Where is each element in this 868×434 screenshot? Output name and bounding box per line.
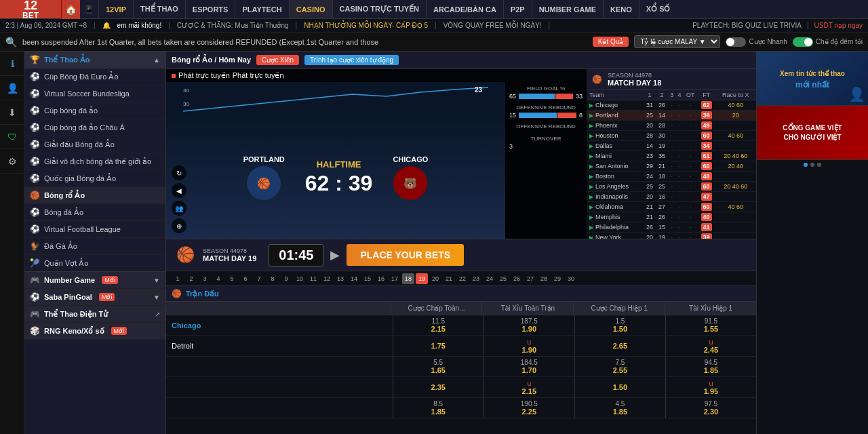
- sidebar-icon-settings[interactable]: ⚙: [0, 149, 24, 174]
- nav-item-keno[interactable]: KENO: [604, 0, 639, 18]
- day-button[interactable]: 5: [226, 273, 238, 284]
- day-button[interactable]: 18: [402, 273, 414, 284]
- toggle-night-mode[interactable]: Chế độ đêm tối: [793, 37, 863, 47]
- bet-cell-h1-total[interactable]: 91.5 1.55: [665, 315, 756, 335]
- sidebar-section-header[interactable]: 🏆 Thể Thao Ảo ▲: [24, 52, 165, 68]
- right-ad-1[interactable]: Xem tin tức thể thao mới nhất 👤: [757, 52, 868, 106]
- day-button[interactable]: 6: [239, 273, 252, 284]
- search-icon[interactable]: 🔍: [5, 37, 17, 47]
- mobile-btn[interactable]: 📱: [80, 0, 99, 19]
- table-row[interactable]: ▶Dallas 14 19 · · · 34: [587, 141, 756, 151]
- day-button[interactable]: 17: [389, 273, 401, 284]
- table-row[interactable]: ▶Los Angeles 25 25 · · · 60 20 40 60: [587, 182, 756, 192]
- day-button[interactable]: 22: [456, 273, 469, 284]
- cuoc-xien-btn[interactable]: Cược Xiên: [256, 55, 299, 65]
- day-button[interactable]: 12: [321, 273, 333, 284]
- day-button[interactable]: 16: [375, 273, 387, 284]
- day-button[interactable]: 13: [334, 273, 347, 284]
- sport-item-tennis[interactable]: 🎾 Quần Vợt Ảo: [24, 255, 165, 272]
- sidebar-icon-shield[interactable]: 🛡: [0, 125, 24, 149]
- table-row[interactable]: ▶Oklahoma 21 27 · · · 60 40 60: [587, 202, 756, 212]
- nav-item-sports[interactable]: THỂ THAO: [134, 0, 186, 18]
- day-button[interactable]: 10: [294, 273, 306, 284]
- sport-item-national[interactable]: ⚽ Quốc gia Bóng đá Ảo: [24, 170, 165, 187]
- day-button[interactable]: 2: [185, 273, 197, 284]
- video-ctrl-refresh[interactable]: ↻: [172, 165, 186, 180]
- bet-cell-r2a[interactable]: 1.75: [393, 336, 484, 356]
- right-ad-2[interactable]: CỔNG GAME VIỆTCHO NGƯỜI VIỆT: [757, 106, 868, 160]
- nav-item-vip[interactable]: 12VIP: [99, 0, 134, 18]
- odds-select[interactable]: Tỷ lệ cược MALAY ▼: [634, 35, 720, 48]
- bet-cell-2-t1[interactable]: 184.5 1.70: [484, 357, 574, 376]
- nav-item-arcade[interactable]: ARCADE/BÀN CA: [427, 0, 504, 18]
- day-button[interactable]: 3: [199, 273, 211, 284]
- nav-item-number[interactable]: NUMBER GAME: [532, 0, 604, 18]
- sidebar-icon-info[interactable]: ℹ: [0, 52, 24, 76]
- sport-item-basketball[interactable]: 🏀 Bóng rổ Ảo: [24, 187, 165, 204]
- video-ctrl-back[interactable]: ◀: [172, 183, 186, 198]
- day-button[interactable]: 20: [429, 273, 441, 284]
- nav-item-casino[interactable]: CASINO: [290, 0, 333, 18]
- sport-item-tournament[interactable]: ⚽ Giải đấu Bóng đá Ảo: [24, 136, 165, 153]
- toggle-quick-bet[interactable]: Cược Nhanh: [726, 37, 787, 47]
- nav-item-playtech[interactable]: PLAYTECH: [235, 0, 289, 18]
- table-row[interactable]: ▶Phoenix 20 28 · · · 49: [587, 121, 756, 131]
- day-button[interactable]: 29: [551, 273, 564, 284]
- video-ctrl-people[interactable]: 👥: [172, 201, 186, 216]
- table-row[interactable]: ▶San Antonio 29 21 · · · 60 20 40: [587, 161, 756, 172]
- bet-cell-r2f[interactable]: u 2.45: [665, 336, 756, 356]
- auto-parlay-btn[interactable]: Trình tạo cược xiên tự động: [304, 55, 399, 65]
- day-button[interactable]: 14: [348, 273, 360, 284]
- day-button[interactable]: 26: [511, 273, 523, 284]
- day-button[interactable]: 11: [307, 273, 319, 284]
- table-row[interactable]: ▶Boston 24 18 · · · 48: [587, 172, 756, 182]
- table-row[interactable]: ▶Chicago 31 26 · · · 62 40 60: [587, 100, 756, 111]
- bet-cell-total[interactable]: 187.5 1.90: [484, 315, 574, 335]
- sport-item-vfl[interactable]: ⚽ Virtual Football League: [24, 221, 165, 238]
- day-button[interactable]: 24: [484, 273, 496, 284]
- day-button[interactable]: 8: [267, 273, 279, 284]
- sport-item-euro[interactable]: ⚽ Cúp Bóng Đá Euro Ảo: [24, 68, 165, 85]
- table-row[interactable]: ▶Portland 25 14 · · · 39 20: [587, 111, 756, 121]
- bet-cell-2-h1h[interactable]: 7.5 2.55: [574, 357, 665, 376]
- day-button[interactable]: 28: [538, 273, 550, 284]
- day-button[interactable]: 15: [361, 273, 374, 284]
- sidebar-icon-download[interactable]: ⬇: [0, 100, 24, 125]
- nav-item-p2p[interactable]: P2P: [504, 0, 532, 18]
- bet-cell-h1-handicap[interactable]: 1.5 1.50: [574, 315, 665, 335]
- bet-cell-2-t1h[interactable]: 94.5 1.85: [665, 357, 756, 376]
- nav-item-esports[interactable]: ESPORTS: [186, 0, 236, 18]
- sidebar-esports[interactable]: 🎮 Thể Thao Điện Tử ↗: [24, 306, 165, 323]
- table-row[interactable]: ▶Houston 28 30 · · · 60 40 60: [587, 131, 756, 141]
- video-ctrl-settings[interactable]: ⊕: [172, 218, 186, 233]
- day-button[interactable]: 19: [416, 273, 428, 284]
- table-row[interactable]: ▶Miami 23 35 · · · 61 20 40 60: [587, 151, 756, 161]
- day-button[interactable]: 9: [280, 273, 292, 284]
- table-row[interactable]: ▶Indianapolis 20 16 · · · 47: [587, 192, 756, 202]
- day-button[interactable]: 25: [497, 273, 509, 284]
- sport-item-football-ao[interactable]: ⚽ Bóng đá Ảo: [24, 204, 165, 221]
- bet-cell-r2b[interactable]: u 1.90: [484, 336, 574, 356]
- bet-cell-r2d[interactable]: 2.65: [574, 336, 665, 356]
- bet-cell-handicap[interactable]: 11.5 2.15: [393, 315, 484, 335]
- day-button[interactable]: 21: [443, 273, 455, 284]
- table-row[interactable]: ▶Philadelphia 26 15 · · · 41: [587, 222, 756, 233]
- sport-item-world[interactable]: ⚽ Giải vô địch bóng đá thế giới ảo: [24, 153, 165, 170]
- sport-item-asia[interactable]: ⚽ Cúp bóng đá ảo Châu Á: [24, 119, 165, 136]
- place-bets-btn[interactable]: PLACE YOUR BETS: [347, 244, 464, 266]
- home-btn[interactable]: 🏠: [61, 0, 80, 19]
- bet-result-btn[interactable]: Kết Quả: [593, 37, 629, 47]
- sport-item-cockfight[interactable]: 🐓 Đá Gà Ảo: [24, 238, 165, 255]
- day-button[interactable]: 23: [470, 273, 482, 284]
- bet-cell-2-h1[interactable]: 5.5 1.65: [393, 357, 484, 376]
- sport-item-cup[interactable]: ⚽ Cúp bóng đá ảo: [24, 102, 165, 119]
- sport-item-bundesliga[interactable]: ⚽ Virtual Soccer Bundesliga: [24, 85, 165, 102]
- day-button[interactable]: 7: [253, 273, 265, 284]
- sidebar-icon-person[interactable]: 👤: [0, 76, 24, 100]
- logo[interactable]: 12 BET: [0, 0, 61, 18]
- sidebar-saba[interactable]: ⚽ Saba PinGoal Mới ▼: [24, 289, 165, 306]
- sidebar-rng[interactable]: 🎲 RNG Keno/Xổ số Mới: [24, 323, 165, 340]
- day-button[interactable]: 1: [172, 273, 184, 284]
- table-row[interactable]: ▶New York 20 19 · · · 39: [587, 233, 756, 239]
- nav-item-live-casino[interactable]: CASINO TRỰC TUYẾN: [333, 0, 427, 18]
